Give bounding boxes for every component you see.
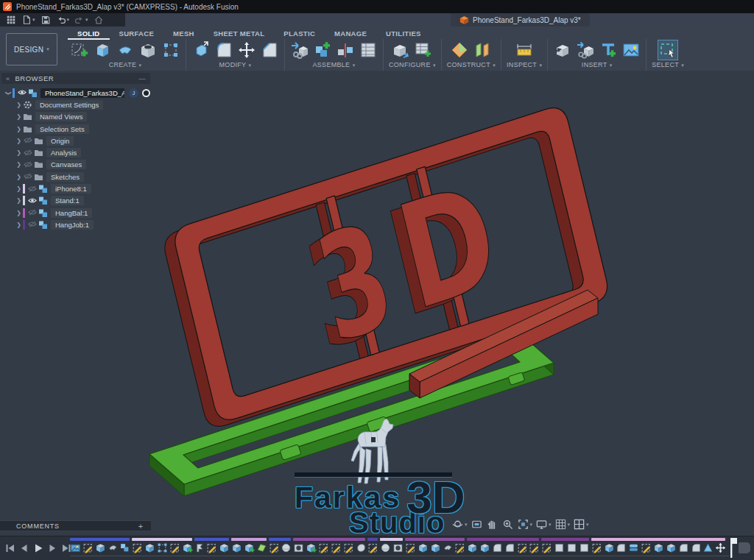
timeline-item-sketch[interactable] (641, 542, 652, 553)
revolve-icon[interactable] (116, 40, 135, 60)
undo-icon[interactable]: ▾ (54, 14, 72, 26)
file-icon[interactable]: ▾ (19, 14, 38, 26)
play-button[interactable] (32, 542, 44, 554)
expand-arrow-icon[interactable]: ❯ (15, 102, 23, 108)
expand-arrow-icon[interactable]: ❯ (15, 174, 23, 180)
timeline-item-sketch[interactable] (269, 542, 280, 553)
expand-arrow-icon[interactable]: ❯ (5, 89, 12, 97)
timeline-item-fillet[interactable] (678, 542, 689, 553)
timeline-item-cone[interactable] (702, 542, 714, 553)
redo-icon[interactable]: ▾ (72, 14, 91, 26)
browser-row-label[interactable]: Named Views (35, 112, 87, 121)
visibility-on-icon[interactable] (27, 196, 38, 205)
group-label-create[interactable]: CREATE ▾ (109, 61, 142, 68)
tab-utilities[interactable]: UTILITIES (376, 26, 431, 40)
orbit-icon[interactable]: ▾ (451, 518, 468, 531)
tab-solid[interactable]: SOLID (68, 26, 110, 40)
timeline-item-corner[interactable] (194, 542, 205, 553)
pattern-icon[interactable] (161, 40, 180, 60)
browser-row-label[interactable]: Selection Sets (35, 124, 89, 134)
browser-row-label[interactable]: HangJob:1 (51, 220, 94, 230)
timeline-item-sketch[interactable] (541, 542, 552, 553)
visibility-on-icon[interactable] (17, 88, 28, 97)
expand-arrow-icon[interactable]: ❯ (15, 221, 23, 228)
timeline-item-extrude_new[interactable] (306, 542, 317, 553)
browser-row-label[interactable]: PhoneStand_Farkas3D_A... (40, 88, 124, 98)
browser-row-document-settings[interactable]: ❯Document Settings (1, 99, 150, 110)
tab-sheet-metal[interactable]: SHEET METAL (204, 26, 275, 40)
timeline-item-box[interactable] (554, 542, 565, 553)
grid-display-icon[interactable]: ▾ (554, 518, 571, 531)
browser-row-phonestand-farkas3d-a[interactable]: ❯PhoneStand_Farkas3D_A...J (1, 87, 150, 99)
derive-icon[interactable] (553, 40, 572, 60)
configuration-icon[interactable] (391, 40, 410, 60)
expand-arrow-icon[interactable]: ❯ (15, 138, 23, 144)
look-at-icon[interactable] (470, 518, 484, 531)
browser-row-origin[interactable]: ❯Origin (1, 135, 150, 146)
insert-mesh-icon[interactable] (576, 40, 595, 60)
browser-row-sketches[interactable]: ❯Sketches (1, 171, 150, 182)
timeline-item-sketch[interactable] (82, 542, 94, 553)
timeline-item-extrude_new[interactable] (182, 542, 193, 553)
browser-row-named-views[interactable]: ❯Named Views (1, 111, 150, 123)
timeline-item-fillet[interactable] (691, 542, 702, 553)
timeline-group-7[interactable] (380, 538, 403, 541)
timeline-item-box[interactable] (579, 542, 590, 553)
timeline-item-plane[interactable] (256, 542, 267, 553)
timeline-group-10[interactable] (541, 538, 588, 541)
group-label-configure[interactable]: CONFIGURE ▾ (389, 61, 436, 68)
minimize-panel-icon[interactable]: — (139, 75, 147, 82)
timeline-item-move[interactable] (715, 542, 726, 553)
expand-arrow-icon[interactable]: ❯ (15, 113, 23, 120)
timeline-item-extrude[interactable] (479, 542, 490, 553)
canvas-image-icon[interactable] (621, 40, 641, 60)
browser-row-label[interactable]: Analysis (46, 148, 81, 157)
browser-row-hangjob-1[interactable]: ❯HangJob:1 (1, 219, 150, 230)
timeline-item-sketch[interactable] (591, 542, 602, 553)
new-component-icon[interactable] (313, 40, 332, 60)
group-label-assemble[interactable]: ASSEMBLE ▾ (313, 61, 356, 68)
home-icon[interactable] (91, 14, 106, 26)
visibility-off-icon[interactable] (27, 220, 38, 229)
timeline-item-sketch[interactable] (343, 542, 354, 553)
group-label-inspect[interactable]: INSPECT ▾ (507, 61, 542, 68)
timeline-group-0[interactable] (70, 538, 130, 541)
config-table-icon[interactable] (414, 40, 433, 60)
collapse-panel-icon[interactable]: « (6, 75, 10, 82)
expand-arrow-icon[interactable]: ❯ (15, 149, 23, 156)
timeline-item-extrude[interactable] (430, 542, 441, 553)
active-view-badge[interactable] (142, 89, 150, 97)
timeline-item-sketch[interactable] (331, 542, 342, 553)
timeline-item-component[interactable] (119, 542, 130, 553)
browser-row-label[interactable]: iPhone8:1 (51, 184, 91, 194)
timeline-position-marker[interactable] (727, 538, 738, 559)
timeline-item-extrude[interactable] (231, 542, 242, 553)
zoom-icon[interactable] (501, 518, 515, 531)
joint-icon[interactable] (336, 40, 355, 60)
timeline-item-revolve[interactable] (108, 542, 119, 553)
timeline-item-slice[interactable] (628, 542, 639, 553)
hole-icon[interactable] (138, 40, 158, 60)
timeline-item-sphere[interactable] (281, 542, 292, 553)
comments-bar[interactable]: COMMENTS + (0, 520, 151, 531)
timeline-item-sketch[interactable] (405, 542, 416, 553)
timeline-item-canvas[interactable] (70, 542, 81, 553)
timeline-group-2[interactable] (194, 538, 230, 541)
plane-offset-icon[interactable] (450, 40, 469, 60)
browser-row-label[interactable]: Sketches (46, 172, 84, 182)
visibility-off-icon[interactable] (23, 136, 34, 145)
browser-row-canvases[interactable]: ❯Canvases (1, 159, 150, 171)
tab-mesh[interactable]: MESH (163, 26, 204, 40)
add-comment-button[interactable]: + (138, 522, 144, 531)
visibility-off-icon[interactable] (23, 149, 34, 157)
timeline-item-extrude[interactable] (653, 542, 664, 553)
expand-arrow-icon[interactable]: ❯ (15, 210, 23, 216)
visibility-off-icon[interactable] (23, 172, 34, 181)
browser-row-label[interactable]: Canvases (46, 160, 86, 169)
document-tab[interactable]: PhoneStand_Farkas3D_Alap v3* (451, 13, 590, 26)
browser-row-label[interactable]: Document Settings (35, 100, 103, 110)
timeline-item-sketch[interactable] (318, 542, 329, 553)
browser-row-iphone8-1[interactable]: ❯iPhone8:1 (1, 182, 150, 194)
timeline-group-6[interactable] (367, 538, 378, 541)
timeline-item-extrude_new[interactable] (244, 542, 255, 553)
